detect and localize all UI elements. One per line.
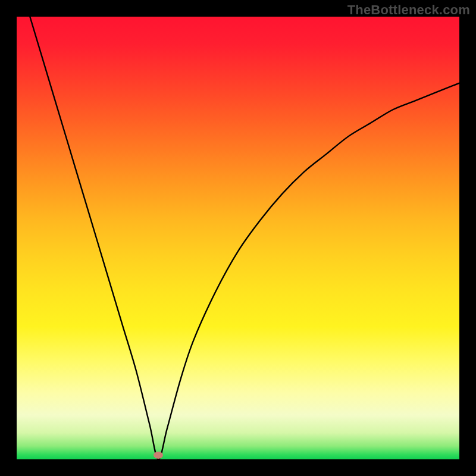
plot-area [17, 17, 459, 459]
minimum-marker-icon [154, 452, 163, 459]
chart-frame: TheBottleneck.com [0, 0, 476, 476]
watermark-text: TheBottleneck.com [347, 2, 470, 18]
bottleneck-curve [17, 17, 459, 459]
